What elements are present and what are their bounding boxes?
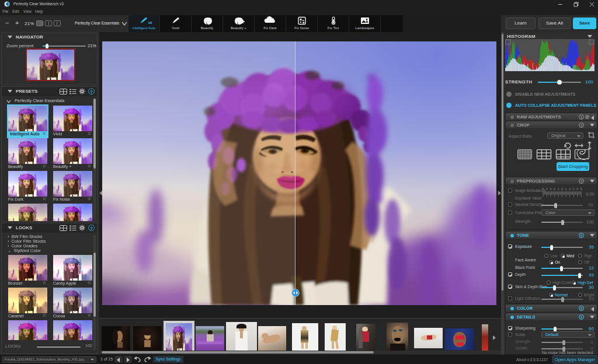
svg-text:5: 5: [580, 187, 582, 191]
svg-text:2: 2: [554, 187, 555, 191]
svg-text:4: 4: [576, 187, 578, 191]
svg-text:1: 1: [565, 187, 566, 191]
svg-text:3: 3: [573, 187, 575, 191]
svg-text:2: 2: [569, 187, 571, 191]
svg-text:3: 3: [550, 187, 551, 191]
svg-text:5: 5: [542, 187, 544, 191]
svg-text:HD: HD: [148, 22, 152, 24]
svg-text:1: 1: [557, 187, 559, 191]
svg-text:4: 4: [546, 187, 548, 191]
svg-text:0: 0: [561, 187, 563, 191]
